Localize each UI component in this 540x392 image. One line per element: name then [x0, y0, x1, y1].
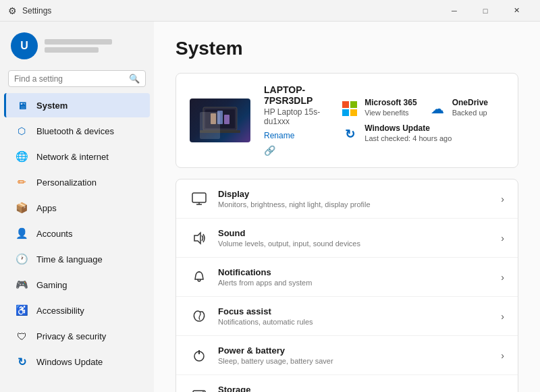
focus-title: Focus assist: [218, 306, 491, 316]
onedrive-icon: ☁: [428, 99, 447, 118]
microsoft365-name: Microsoft 365: [364, 98, 416, 107]
device-info: LAPTOP-7PSR3DLP HP Laptop 15s-du1xxx Ren…: [264, 84, 327, 157]
settings-item-focus[interactable]: Focus assist Notifications, automatic ru…: [176, 297, 518, 336]
sidebar-item-apps[interactable]: 📦 Apps: [4, 196, 150, 220]
sidebar: U 🔍 🖥 System ⬡ Bluetooth & devices 🌐 Net…: [0, 22, 154, 392]
notifications-icon: [190, 268, 209, 287]
device-model: HP Laptop 15s-du1xxx: [264, 107, 327, 126]
settings-item-notifications[interactable]: Notifications Alerts from apps and syste…: [176, 258, 518, 297]
update-refresh-icon: ↻: [345, 127, 355, 142]
display-text: Display Monitors, brightness, night ligh…: [218, 189, 491, 208]
main-content: System LAPTOP-7PSR3DLP HP Laptop 15s-du1…: [154, 22, 540, 392]
search-input[interactable]: [14, 74, 125, 84]
sidebar-item-label: Network & internet: [36, 152, 109, 162]
device-rename-link[interactable]: Rename: [264, 131, 294, 140]
focus-text: Focus assist Notifications, automatic ru…: [218, 306, 491, 326]
title-bar-controls: ─ □ ✕: [439, 0, 532, 22]
power-desc: Sleep, battery usage, battery saver: [218, 357, 491, 365]
device-card: LAPTOP-7PSR3DLP HP Laptop 15s-du1xxx Ren…: [176, 73, 518, 168]
sidebar-profile[interactable]: U: [0, 27, 154, 70]
onedrive-name: OneDrive: [452, 98, 488, 107]
microsoft-yellow: [350, 109, 357, 116]
sidebar-item-label: Gaming: [36, 280, 68, 290]
settings-item-power[interactable]: Power & battery Sleep, battery usage, ba…: [176, 336, 518, 375]
sound-svg: [192, 231, 207, 246]
microsoft-green: [350, 101, 357, 108]
display-svg: [192, 192, 207, 206]
display-icon: [190, 190, 209, 208]
focus-chevron: ›: [501, 311, 504, 322]
sidebar-item-label: Privacy & security: [36, 331, 106, 341]
settings-item-display[interactable]: Display Monitors, brightness, night ligh…: [176, 179, 518, 219]
display-desc: Monitors, brightness, night light, displ…: [218, 200, 491, 208]
sidebar-item-label: Apps: [36, 203, 57, 213]
notifications-chevron: ›: [501, 272, 504, 283]
accounts-icon: 👤: [15, 227, 28, 240]
search-box[interactable]: 🔍: [8, 70, 146, 87]
sidebar-item-update[interactable]: ↻ Windows Update: [4, 349, 150, 374]
privacy-icon: 🛡: [15, 329, 28, 343]
search-icon: 🔍: [129, 74, 140, 84]
sidebar-item-label: Windows Update: [36, 357, 103, 367]
sidebar-item-label: Accessibility: [36, 306, 84, 316]
avatar: U: [11, 32, 38, 59]
service-microsoft365: Microsoft 365 View benefits: [340, 98, 416, 118]
sidebar-item-bluetooth[interactable]: ⬡ Bluetooth & devices: [4, 119, 150, 143]
microsoft365-icon: [340, 99, 359, 118]
close-button[interactable]: ✕: [501, 0, 532, 22]
sidebar-item-accessibility[interactable]: ♿ Accessibility: [4, 298, 150, 323]
sidebar-item-label: Personalization: [36, 177, 97, 188]
sound-icon: [190, 229, 209, 248]
title-bar-title: Settings: [22, 6, 51, 16]
power-icon: [190, 346, 209, 365]
storage-svg: [192, 387, 207, 393]
network-icon: 🌐: [15, 150, 28, 163]
storage-chevron: ›: [501, 389, 504, 393]
onedrive-cloud-icon: ☁: [431, 101, 444, 117]
sidebar-item-gaming[interactable]: 🎮 Gaming: [4, 273, 150, 297]
title-bar-left: ⚙ Settings: [8, 5, 51, 16]
minimize-button[interactable]: ─: [439, 0, 470, 22]
device-services: Microsoft 365 View benefits ☁ OneDrive B…: [340, 98, 504, 144]
svg-rect-3: [211, 113, 216, 124]
focus-icon: [190, 307, 209, 326]
svg-rect-2: [200, 130, 240, 133]
sidebar-item-time[interactable]: 🕐 Time & language: [4, 247, 150, 271]
sidebar-item-personalization[interactable]: ✏ Personalization: [4, 170, 150, 194]
apps-icon: 📦: [15, 201, 28, 215]
sound-desc: Volume levels, output, input, sound devi…: [218, 240, 491, 248]
settings-list: Display Monitors, brightness, night ligh…: [176, 179, 518, 392]
sidebar-item-network[interactable]: 🌐 Network & internet: [4, 144, 150, 169]
device-link-icon: 🔗: [264, 145, 275, 156]
sidebar-item-privacy[interactable]: 🛡 Privacy & security: [4, 324, 150, 348]
onedrive-text: OneDrive Backed up: [452, 98, 488, 117]
settings-item-storage[interactable]: Storage Storage space, drives, configura…: [176, 375, 518, 392]
laptop-illustration: [200, 105, 240, 136]
svg-rect-5: [224, 115, 230, 124]
svg-rect-4: [217, 111, 223, 124]
device-name: LAPTOP-7PSR3DLP: [264, 84, 327, 106]
title-bar: ⚙ Settings ─ □ ✕: [0, 0, 540, 22]
update-icon: ↻: [15, 355, 28, 368]
page-title: System: [176, 38, 518, 59]
microsoft-red: [342, 101, 349, 108]
device-image: [190, 99, 250, 142]
storage-text: Storage Storage space, drives, configura…: [218, 385, 491, 392]
microsoft365-status: View benefits: [364, 109, 416, 117]
display-chevron: ›: [501, 194, 504, 204]
sidebar-item-system[interactable]: 🖥 System: [4, 93, 150, 117]
sidebar-item-label: Accounts: [36, 229, 72, 239]
svg-rect-6: [192, 193, 206, 202]
power-text: Power & battery Sleep, battery usage, ba…: [218, 345, 491, 365]
sidebar-item-accounts[interactable]: 👤 Accounts: [4, 221, 150, 246]
display-title: Display: [218, 189, 491, 199]
power-chevron: ›: [501, 350, 504, 361]
maximize-button[interactable]: □: [470, 0, 501, 22]
storage-title: Storage: [218, 385, 491, 392]
time-icon: 🕐: [15, 252, 28, 266]
sound-chevron: ›: [501, 233, 504, 244]
accessibility-icon: ♿: [15, 304, 28, 317]
notifications-text: Notifications Alerts from apps and syste…: [218, 267, 491, 287]
settings-item-sound[interactable]: Sound Volume levels, output, input, soun…: [176, 219, 518, 258]
service-onedrive: ☁ OneDrive Backed up: [428, 98, 504, 118]
